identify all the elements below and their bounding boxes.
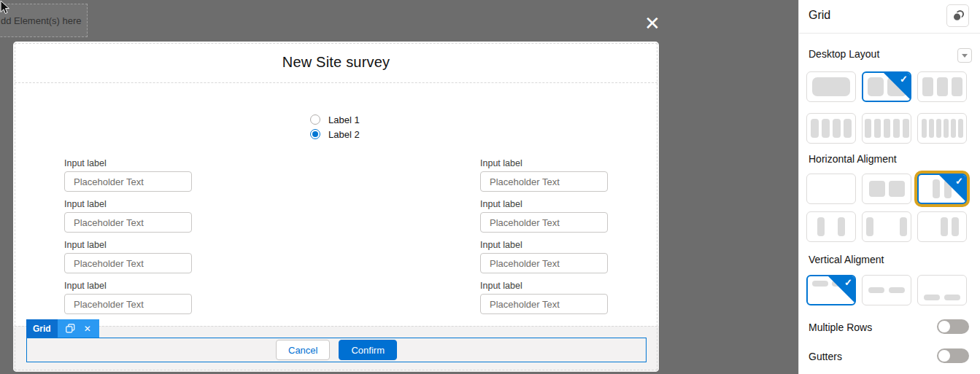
page-title: New Site survey	[13, 54, 659, 71]
radio-group: Label 1 Label 2	[310, 112, 360, 141]
h-align-option-space-around[interactable]	[806, 211, 856, 242]
feedback-button[interactable]	[946, 4, 969, 27]
form-field: Input label	[64, 281, 196, 314]
form-field: Input label	[480, 240, 611, 273]
drop-zone-label: dd Element(s) here	[1, 15, 82, 26]
form-column-left: Input label Input label Input label Inpu…	[64, 158, 196, 322]
text-input[interactable]	[480, 253, 608, 273]
h-align-option-space-between[interactable]	[862, 211, 911, 242]
form-field: Input label	[64, 199, 196, 233]
canvas-overlay: dd Element(s) here ✕ New Site survey Lab…	[0, 0, 798, 374]
field-label: Input label	[480, 281, 611, 291]
field-label: Input label	[64, 199, 196, 209]
grid-selection-badge: Grid ✕	[26, 319, 99, 338]
badge-label: Grid	[26, 319, 58, 338]
text-input[interactable]	[480, 294, 608, 314]
header-divider	[15, 82, 657, 83]
drop-zone[interactable]: dd Element(s) here	[0, 4, 88, 37]
radio-unchecked-icon[interactable]	[310, 114, 320, 125]
text-input[interactable]	[480, 171, 608, 192]
radio-checked-icon[interactable]	[310, 129, 320, 139]
layout-option-4-column[interactable]	[806, 113, 856, 144]
toggle-label-gutters: Gutters	[809, 351, 842, 362]
section-title-vertical-alignment: Vertical Aligment	[809, 254, 884, 265]
field-label: Input label	[64, 281, 196, 291]
text-input[interactable]	[480, 212, 608, 233]
h-align-option-end[interactable]	[917, 211, 967, 242]
desktop-layout-dropdown-button[interactable]	[957, 48, 972, 63]
radio-label: Label 1	[328, 114, 360, 125]
form-field: Input label	[480, 199, 611, 233]
chat-bubbles-icon	[952, 9, 965, 23]
layout-option-6-column[interactable]	[917, 113, 967, 144]
gutters-toggle[interactable]	[937, 348, 969, 363]
properties-panel: Grid Desktop Layout	[798, 0, 980, 374]
form-field: Input label	[64, 158, 196, 192]
multiple-rows-toggle[interactable]	[937, 319, 969, 334]
text-input[interactable]	[64, 294, 192, 314]
check-icon	[939, 175, 965, 201]
h-align-option-stretch[interactable]	[862, 174, 911, 204]
field-label: Input label	[64, 158, 196, 168]
section-title-desktop-layout: Desktop Layout	[809, 48, 879, 60]
confirm-button[interactable]: Confirm	[339, 340, 397, 360]
v-align-option-bottom[interactable]	[917, 275, 967, 305]
check-icon	[828, 276, 854, 303]
clone-icon[interactable]	[66, 324, 75, 333]
chevron-down-icon	[962, 54, 968, 58]
h-align-option-none[interactable]	[806, 174, 856, 204]
radio-option-1[interactable]: Label 1	[310, 112, 360, 127]
v-align-option-top[interactable]	[806, 275, 856, 305]
field-label: Input label	[480, 199, 611, 209]
v-align-option-middle[interactable]	[862, 275, 911, 305]
text-input[interactable]	[64, 253, 192, 273]
field-label: Input label	[64, 240, 196, 250]
selected-grid-element[interactable]: Cancel Confirm	[26, 338, 647, 362]
field-label: Input label	[480, 158, 611, 168]
field-label: Input label	[480, 240, 611, 250]
panel-title: Grid	[809, 9, 830, 22]
text-input[interactable]	[64, 212, 192, 233]
h-align-option-center[interactable]	[917, 174, 967, 204]
layout-option-5-column[interactable]	[862, 113, 911, 144]
badge-actions: ✕	[58, 319, 99, 338]
layout-option-3-column[interactable]	[917, 71, 967, 102]
mouse-cursor-icon	[0, 0, 10, 15]
form-field: Input label	[64, 240, 196, 273]
panel-divider	[799, 33, 980, 34]
form-field: Input label	[480, 281, 611, 314]
radio-label: Label 2	[328, 129, 360, 140]
cancel-button[interactable]: Cancel	[276, 340, 330, 360]
survey-modal: New Site survey Label 1 Label 2 Input la…	[13, 42, 659, 372]
form-field: Input label	[480, 158, 611, 192]
radio-option-2[interactable]: Label 2	[310, 127, 360, 141]
form-column-right: Input label Input label Input label Inpu…	[480, 158, 611, 322]
check-icon	[884, 73, 910, 99]
remove-icon[interactable]: ✕	[84, 324, 91, 333]
layout-option-1-column[interactable]	[806, 71, 856, 102]
site-builder-window: dd Element(s) here ✕ New Site survey Lab…	[0, 0, 980, 374]
toggle-label-multiple-rows: Multiple Rows	[809, 322, 872, 333]
layout-option-2-column[interactable]	[862, 71, 911, 102]
text-input[interactable]	[64, 171, 192, 192]
section-title-horizontal-alignment: Horizontal Aligment	[809, 153, 897, 165]
close-icon[interactable]: ✕	[641, 12, 663, 34]
